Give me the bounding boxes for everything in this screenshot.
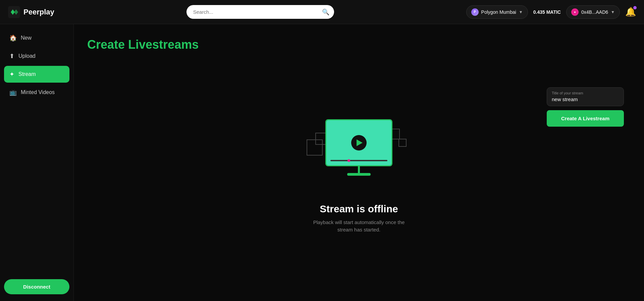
logo-icon (8, 6, 20, 18)
create-livestream-button[interactable]: Create A Livestream (547, 110, 624, 127)
sidebar-item-upload[interactable]: ⬆ Upload (4, 48, 69, 64)
offline-status-subtitle: Playback will start automatically once t… (305, 219, 413, 234)
sidebar-item-stream[interactable]: ✦ Stream (4, 66, 69, 83)
search-bar: 🔍 (186, 5, 334, 19)
monitor-base (347, 173, 371, 176)
page-title-highlight: Livestreams (128, 38, 199, 51)
monitor-screen (326, 120, 391, 165)
notification-bell-button[interactable]: 🔔 (625, 7, 636, 17)
play-triangle-icon (357, 139, 363, 146)
body-layout: 🏠 New ⬆ Upload ✦ Stream 📺 Minted Videos … (0, 24, 644, 301)
stream-title-wrapper: Title of your stream (547, 87, 624, 106)
monitor (325, 119, 392, 173)
logo-text: Peerplay (23, 8, 54, 16)
home-icon: 🏠 (9, 34, 17, 42)
monitor-body (325, 119, 392, 166)
monitor-bar (330, 160, 387, 161)
page-title-prefix: Create (87, 38, 128, 51)
sidebar-item-new-label: New (21, 35, 32, 41)
balance-display: 0.435 MATIC (533, 9, 561, 15)
upload-icon: ⬆ (9, 52, 14, 60)
deco-square-2 (307, 139, 323, 156)
network-button[interactable]: P Polygon Mumbai ▼ (466, 5, 528, 19)
notification-badge (633, 6, 637, 9)
minted-videos-icon: 📺 (9, 89, 17, 96)
network-name: Polygon Mumbai (481, 9, 516, 15)
monitor-bar-dot (347, 159, 350, 162)
wallet-icon: ● (571, 8, 579, 16)
search-input[interactable] (186, 5, 334, 19)
wallet-button[interactable]: ● 0x4B...AAD6 ▼ (566, 5, 620, 19)
disconnect-button[interactable]: Disconnect (4, 279, 69, 294)
offline-status-title: Stream is offline (320, 203, 398, 215)
wallet-chevron-icon: ▼ (611, 10, 615, 14)
stream-title-label: Title of your stream (552, 91, 619, 95)
header-right: P Polygon Mumbai ▼ 0.435 MATIC ● 0x4B...… (466, 5, 636, 19)
sidebar-item-upload-label: Upload (18, 53, 36, 59)
stream-title-input[interactable] (552, 96, 619, 102)
header: Peerplay 🔍 P Polygon Mumbai ▼ 0.435 MATI… (0, 0, 644, 24)
stream-illustration (305, 119, 413, 193)
search-icon: 🔍 (322, 8, 329, 16)
stream-icon: ✦ (9, 71, 14, 78)
sidebar-nav: 🏠 New ⬆ Upload ✦ Stream 📺 Minted Videos (4, 30, 69, 101)
chevron-down-icon: ▼ (519, 10, 523, 14)
sidebar-item-stream-label: Stream (18, 71, 36, 77)
wallet-address: 0x4B...AAD6 (581, 9, 608, 15)
deco-square-4 (398, 139, 407, 147)
monitor-stand (358, 166, 360, 173)
sidebar-item-minted-label: Minted Videos (21, 89, 55, 95)
sidebar-item-minted-videos[interactable]: 📺 Minted Videos (4, 84, 69, 101)
play-circle (351, 135, 367, 150)
main-content: Create Livestreams (74, 24, 644, 301)
sidebar: 🏠 New ⬆ Upload ✦ Stream 📺 Minted Videos … (0, 24, 74, 301)
right-panel: Title of your stream Create A Livestream (547, 87, 624, 127)
sidebar-item-new[interactable]: 🏠 New (4, 30, 69, 46)
network-icon: P (471, 8, 479, 16)
logo[interactable]: Peerplay (8, 6, 54, 18)
page-title: Create Livestreams (87, 38, 631, 52)
